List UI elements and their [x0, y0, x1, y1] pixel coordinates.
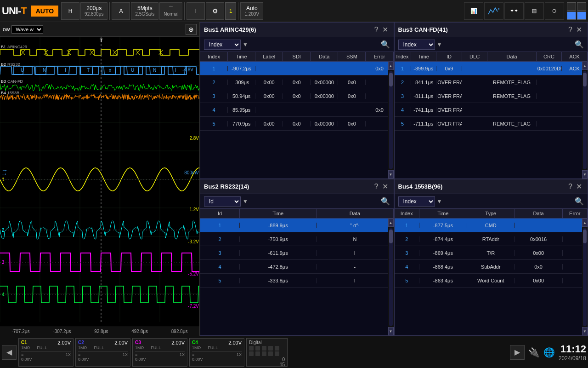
table-row[interactable]: 4-868.4μsSubAddr0x0 — [395, 260, 588, 274]
bus2-help-btn[interactable]: ? — [373, 183, 380, 191]
table-row[interactable]: 5-711.1μsOVER FRAMEREMOTE_FLAG — [395, 117, 588, 131]
digital-title: Digital — [249, 340, 285, 345]
table-row[interactable]: 3-611.9μsI — [200, 246, 394, 260]
bus1-close-btn[interactable]: ✕ — [380, 25, 390, 34]
table-row[interactable]: 485.95μs0x0 — [200, 103, 394, 117]
bus1-filter-arrow: ▼ — [243, 41, 248, 48]
corner-sq-4[interactable] — [577, 12, 586, 20]
table-row[interactable]: 3-811.1μsOVER FRAMEREMOTE_FLAG — [395, 89, 588, 103]
table-row[interactable]: 2-841.1μsOVER FRAMEREMOTE_FLAG — [395, 75, 588, 89]
cell: -907.2μs — [228, 66, 255, 71]
display-btn[interactable]: ▤ — [525, 2, 544, 20]
bus1-col-index: Index — [200, 52, 228, 61]
bus1-search-btn[interactable]: 🔍 — [381, 40, 390, 49]
waveform-zoom-btn[interactable]: ⊕ — [186, 24, 197, 35]
ch4-offset: 0.00V — [192, 357, 242, 362]
table-row[interactable]: 2-750.9μsN — [200, 232, 394, 246]
ch1-imp: 1MΩ FULL — [21, 345, 71, 350]
bus1-col-error: Error — [366, 52, 393, 61]
trig-config-btn[interactable]: ⚙ — [206, 2, 224, 20]
cell: 0x00 — [515, 250, 563, 256]
bus2-filter-select[interactable]: Id — [204, 196, 241, 207]
table-row[interactable]: 2-309μs0x000x00x000000x0 — [200, 75, 394, 89]
bus1-scroll-up[interactable]: ▲ — [388, 62, 394, 70]
table-row[interactable]: 5-863.4μsWord Count0x00 — [395, 274, 588, 288]
corner-sq-2[interactable] — [577, 2, 586, 11]
time-scale-btn[interactable]: 200μs 92.800μs — [80, 2, 107, 20]
bus2-filter-arrow: ▼ — [243, 198, 248, 205]
cell: I — [317, 250, 393, 256]
bus3-col-time: Time — [411, 52, 437, 61]
corner-sq-3[interactable] — [567, 12, 576, 20]
waveform-header: ow Wave w ⊕ — [0, 22, 199, 37]
bus4-scroll-down[interactable]: ▼ — [582, 327, 588, 335]
ch1-offset: 0.00V — [21, 357, 71, 362]
ch3-label: C3 — [135, 340, 141, 345]
cell: " σ"· — [317, 223, 393, 228]
bus3-close-btn[interactable]: ✕ — [574, 25, 584, 34]
bus2-close-btn[interactable]: ✕ — [380, 182, 390, 191]
acq-mode-btn[interactable]: ⌒ Normal — [159, 2, 182, 20]
cursor-btn[interactable]: ✦✦ — [504, 2, 524, 20]
bus4-title: Bus4 1553B(96) — [398, 183, 567, 190]
corner-sq-1[interactable] — [567, 2, 576, 11]
nav-prev-btn[interactable]: ◀ — [2, 345, 17, 360]
bus3-scroll-thumb — [583, 73, 587, 86]
cell: -874.4μs — [419, 236, 467, 242]
bus2-scroll-up[interactable]: ▲ — [388, 218, 394, 227]
bus3-scroll-up[interactable]: ▲ — [582, 62, 588, 70]
table-row[interactable]: 5-333.8μsT — [200, 274, 394, 288]
bus1-scroll-down[interactable]: ▼ — [388, 170, 394, 178]
bus3-filter-select[interactable]: Index — [398, 40, 435, 50]
cell: 0x00 — [255, 93, 283, 99]
cell: -889.9μs — [240, 223, 317, 228]
table-row[interactable]: 5770.9μs0x000x00x000000x0 — [200, 117, 394, 131]
table-row[interactable]: 4-472.8μs- — [200, 260, 394, 274]
horizontal-time-btn[interactable]: H — [61, 2, 79, 20]
trig-label-btn[interactable]: T — [187, 2, 205, 20]
table-row[interactable]: 1-899.9μs0x90x00120D5ACK — [395, 62, 588, 75]
bus4-scroll-up[interactable]: ▲ — [582, 218, 588, 227]
cell: 0x00000 — [311, 80, 338, 85]
bus2-rows: 1-889.9μs" σ"·2-750.9μsN3-611.9μsI4-472.… — [200, 218, 394, 288]
table-row[interactable]: 2-874.4μsRTAddr0x0016 — [395, 232, 588, 246]
nav-next-btn[interactable]: ▶ — [510, 345, 525, 360]
bus2-col-id: Id — [200, 209, 240, 218]
bus3-help-btn[interactable]: ? — [566, 26, 574, 34]
bus4-scrollbar[interactable]: ▲ ▼ — [582, 218, 588, 335]
bus3-scroll-down[interactable]: ▼ — [582, 170, 588, 178]
waveform-dropdown[interactable]: Wave w — [11, 25, 43, 34]
table-row[interactable]: 1-877.5μsCMD — [395, 218, 588, 232]
circle-btn[interactable]: ○ — [545, 2, 564, 20]
bus4-filter-select[interactable]: Index — [398, 196, 435, 207]
bus1-scrollbar[interactable]: ▲ ▼ — [388, 62, 394, 178]
mode-badge[interactable]: AUTO — [31, 6, 58, 17]
auto-trig-btn[interactable]: Auto 1.200V — [240, 2, 263, 20]
table-row[interactable]: 1-907.2μs0x0 — [200, 62, 394, 75]
bus1-col-data: Data — [311, 52, 338, 61]
bus3-scrollbar[interactable]: ▲ ▼ — [582, 62, 588, 178]
table-row[interactable]: 4-741.1μsOVER FRAME — [395, 103, 588, 117]
sample-rate-btn[interactable]: 5Mpts 2.5GSa/s — [131, 2, 158, 20]
table-row[interactable]: 3-869.4μsT/R0x00 — [395, 246, 588, 260]
table-row[interactable]: 1-889.9μs" σ"· — [200, 218, 394, 232]
bus2-scroll-down[interactable]: ▼ — [388, 327, 394, 335]
acq-label-btn[interactable]: A — [112, 2, 130, 20]
bus4-close-btn[interactable]: ✕ — [574, 182, 584, 191]
cell: 2 — [395, 80, 411, 85]
footer-time-1: -707.2μs — [11, 329, 29, 334]
cell: 4 — [200, 107, 228, 113]
bus2-scrollbar[interactable]: ▲ ▼ — [388, 218, 394, 335]
bus4-search-btn[interactable]: 🔍 — [575, 197, 584, 206]
bus3-search-btn[interactable]: 🔍 — [575, 40, 584, 49]
bus4-help-btn[interactable]: ? — [566, 183, 574, 191]
waveform-panel: ow Wave w ⊕ 800mV 2.8V -1.2V -3.2V -5.2V… — [0, 22, 200, 336]
waveform-math-btn[interactable] — [484, 2, 503, 20]
table-row[interactable]: 350.94μs0x000x00x000000x0 — [200, 89, 394, 103]
bus2-search-btn[interactable]: 🔍 — [381, 197, 390, 206]
cell: 2 — [200, 236, 240, 242]
bus1-filter-select[interactable]: Index — [204, 40, 241, 50]
measure-icon-btn[interactable]: 📊 — [464, 2, 483, 20]
bus1-help-btn[interactable]: ? — [373, 26, 380, 34]
cell: 1 — [395, 223, 419, 228]
